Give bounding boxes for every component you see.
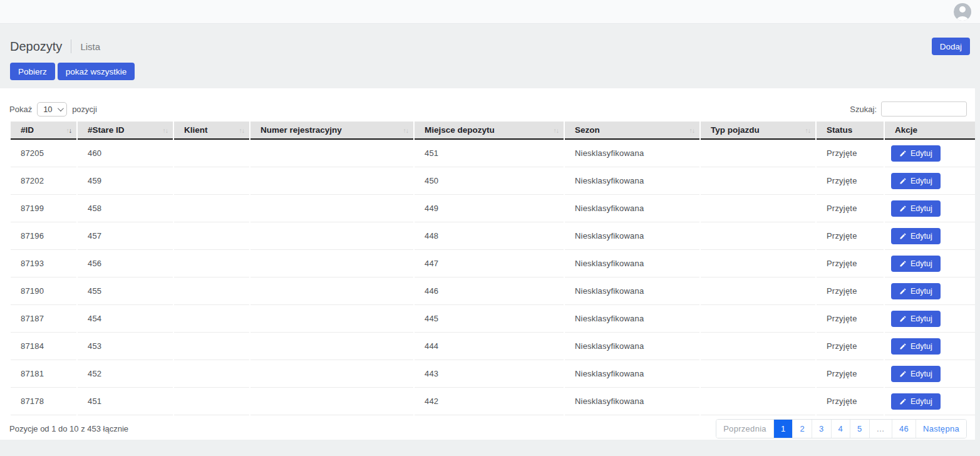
column-header-sezon[interactable]: Sezon↑↓ [565, 122, 699, 140]
cell-miejsce-depozytu: 450 [415, 167, 564, 195]
column-header-klient[interactable]: Klient↑↓ [174, 122, 249, 140]
edit-button-label: Edytuj [910, 287, 932, 296]
pagination-previous: Poprzednia [716, 420, 773, 438]
cell-stare-id: 455 [78, 277, 173, 305]
page-title: Depozyty [10, 39, 62, 54]
pagination-page-5[interactable]: 5 [850, 420, 869, 438]
show-all-button[interactable]: pokaż wszystkie [58, 63, 135, 80]
pencil-icon [899, 205, 907, 212]
table-row: 87184453444NiesklasyfikowanaPrzyjęteEdyt… [11, 333, 975, 360]
edit-button-label: Edytuj [910, 397, 932, 406]
add-button[interactable]: Dodaj [932, 38, 970, 55]
cell-stare-id: 454 [78, 305, 173, 333]
cell-stare-id: 459 [78, 167, 173, 195]
screen: Depozyty Lista Dodaj Pobierz pokaż wszys… [0, 0, 980, 456]
table-controls: Pokaż 10 pozycji Szukaj: [9, 101, 967, 117]
column-label: Typ pojazdu [711, 125, 760, 135]
cell-id: 87190 [11, 277, 76, 305]
cell-stare-id: 452 [78, 360, 173, 388]
edit-button[interactable]: Edytuj [891, 256, 941, 272]
sort-icon: ↑↓ [403, 127, 410, 133]
column-header-numer-rejestracyjny[interactable]: Numer rejestracyjny↑↓ [250, 122, 413, 140]
edit-button[interactable]: Edytuj [891, 173, 941, 189]
edit-button[interactable]: Edytuj [891, 283, 941, 299]
column-header-miejsce-depozytu[interactable]: Miejsce depozytu↑↓ [415, 122, 564, 140]
table-row: 87202459450NiesklasyfikowanaPrzyjęteEdyt… [11, 167, 975, 195]
cell-klient [174, 360, 249, 388]
cell-stare-id: 458 [78, 195, 173, 222]
title-divider [71, 39, 71, 53]
cell-typ-pojazdu [701, 360, 815, 388]
pencil-icon [899, 232, 907, 240]
edit-button[interactable]: Edytuj [891, 311, 941, 327]
cell-numer-rejestracyjny [250, 360, 413, 388]
edit-button[interactable]: Edytuj [891, 366, 941, 382]
cell-miejsce-depozytu: 451 [415, 140, 564, 167]
cell-miejsce-depozytu: 446 [415, 277, 564, 305]
cell-stare-id: 456 [78, 250, 173, 277]
user-avatar-icon[interactable] [954, 3, 971, 21]
edit-button[interactable]: Edytuj [891, 200, 941, 217]
column-header-stare-id[interactable]: #Stare ID↑↓ [78, 122, 173, 140]
edit-button-label: Edytuj [910, 342, 932, 351]
edit-button[interactable]: Edytuj [891, 393, 941, 410]
column-label: Akcje [895, 125, 917, 135]
cell-akcje: Edytuj [885, 140, 975, 167]
cell-sezon: Niesklasyfikowana [565, 222, 699, 250]
edit-button[interactable]: Edytuj [891, 338, 941, 355]
page-length-control: Pokaż 10 pozycji [9, 102, 97, 117]
edit-button[interactable]: Edytuj [891, 228, 941, 244]
cell-sezon: Niesklasyfikowana [565, 167, 699, 195]
cell-numer-rejestracyjny [250, 277, 413, 305]
cell-akcje: Edytuj [885, 222, 975, 250]
column-label: Klient [184, 125, 208, 135]
column-header-id[interactable]: #ID↑↓ [11, 122, 76, 140]
pagination-page-1[interactable]: 1 [773, 420, 793, 438]
table-row: 87193456447NiesklasyfikowanaPrzyjęteEdyt… [11, 250, 975, 277]
pencil-icon [899, 370, 907, 378]
pencil-icon [899, 177, 907, 185]
cell-klient [174, 277, 249, 305]
table-row: 87187454445NiesklasyfikowanaPrzyjęteEdyt… [11, 305, 975, 333]
column-header-typ-pojazdu[interactable]: Typ pojazdu↑↓ [701, 122, 815, 140]
table-row: 87199458449NiesklasyfikowanaPrzyjęteEdyt… [11, 195, 975, 222]
cell-typ-pojazdu [701, 388, 815, 415]
column-header-akcje[interactable]: Akcje↑↓ [885, 122, 975, 140]
sort-icon: ↑↓ [689, 127, 696, 133]
download-button[interactable]: Pobierz [10, 63, 55, 80]
pagination-next[interactable]: Następna [916, 420, 966, 438]
cell-sezon: Niesklasyfikowana [565, 305, 699, 333]
cell-id: 87178 [11, 388, 76, 415]
page-length-select[interactable]: 10 [37, 102, 67, 117]
sort-icon: ↑↓ [66, 127, 73, 133]
pencil-icon [899, 398, 907, 405]
pagination-page-2[interactable]: 2 [792, 420, 812, 438]
cell-miejsce-depozytu: 443 [415, 360, 564, 388]
cell-typ-pojazdu [701, 305, 815, 333]
cell-numer-rejestracyjny [250, 167, 413, 195]
edit-button[interactable]: Edytuj [891, 145, 941, 162]
cell-numer-rejestracyjny [250, 195, 413, 222]
column-label: #Stare ID [88, 125, 125, 135]
cell-status: Przyjęte [817, 277, 884, 305]
cell-typ-pojazdu [701, 333, 815, 360]
edit-button-label: Edytuj [910, 314, 932, 323]
cell-id: 87184 [11, 333, 76, 360]
pagination-page-4[interactable]: 4 [831, 420, 850, 438]
cell-id: 87199 [11, 195, 76, 222]
table-row: 87181452443NiesklasyfikowanaPrzyjęteEdyt… [11, 360, 975, 388]
cell-akcje: Edytuj [885, 167, 975, 195]
pagination-page-46[interactable]: 46 [892, 420, 916, 438]
column-label: Numer rejestracyjny [260, 125, 342, 135]
cell-miejsce-depozytu: 444 [415, 333, 564, 360]
search-input[interactable] [881, 101, 967, 117]
edit-button-label: Edytuj [910, 370, 932, 378]
pagination-page-3[interactable]: 3 [812, 420, 831, 438]
table-row: 87196457448NiesklasyfikowanaPrzyjęteEdyt… [11, 222, 975, 250]
column-header-status[interactable]: Status [817, 122, 884, 140]
cell-stare-id: 460 [78, 140, 173, 167]
table-row: 87178451442NiesklasyfikowanaPrzyjęteEdyt… [11, 388, 975, 415]
column-label: Sezon [575, 125, 600, 135]
table-footer: Pozycje od 1 do 10 z 453 łącznie Poprzed… [9, 419, 967, 438]
cell-id: 87181 [11, 360, 76, 388]
